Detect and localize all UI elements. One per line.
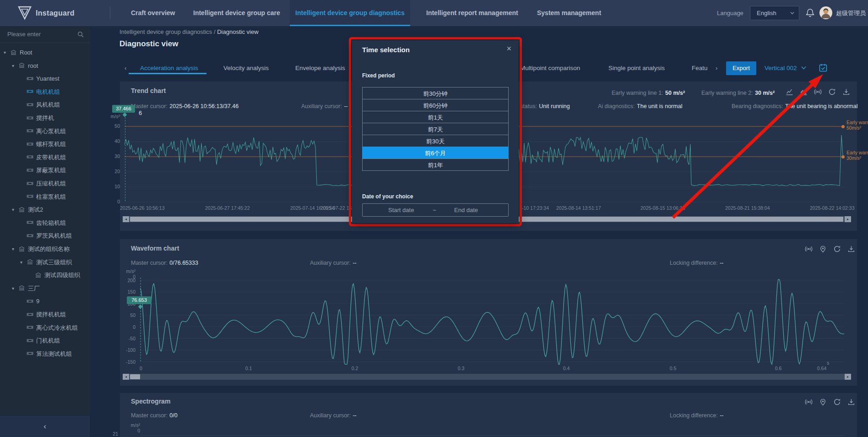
- wave-ytick-0: 0: [115, 324, 136, 330]
- pin-icon[interactable]: [819, 398, 827, 406]
- tree-item-螺杆泵机组[interactable]: 螺杆泵机组: [0, 137, 110, 150]
- tree-item-测试2[interactable]: ▾测试2: [0, 202, 102, 216]
- tree-item-Yuantest[interactable]: Yuantest: [0, 71, 110, 85]
- tree-item-搅拌机机组[interactable]: 搅拌机机组: [0, 307, 110, 321]
- nav-item-1[interactable]: Craft overview: [131, 0, 175, 26]
- tree-item-搅拌机[interactable]: 搅拌机: [0, 111, 110, 124]
- sidebar-search[interactable]: Please enter: [0, 26, 90, 43]
- warn-line1-dot: [841, 125, 845, 128]
- sidebar-collapse-button[interactable]: ‹: [0, 416, 90, 437]
- breadcrumb: Intelligent device group diagnostics / D…: [119, 28, 259, 35]
- user-name[interactable]: 超级管理员: [836, 0, 866, 26]
- modal-title: Time selection: [362, 46, 410, 54]
- nav-item-3[interactable]: Intelligent device group diagnostics: [290, 0, 410, 26]
- waveform-chart[interactable]: [140, 278, 845, 366]
- download-icon[interactable]: [847, 245, 855, 253]
- wave-aux-value: --: [353, 260, 356, 266]
- refresh-icon[interactable]: [828, 88, 836, 96]
- date-range-input[interactable]: Start date ~ End date: [362, 203, 509, 217]
- wave-scrollbar[interactable]: ◂ ▸: [123, 374, 851, 380]
- tab-acceleration-analysis[interactable]: Acceleration analysis: [140, 65, 198, 71]
- tree-item-算法测试机组[interactable]: 算法测试机组: [0, 347, 110, 360]
- nav-item-5[interactable]: System management: [537, 0, 601, 26]
- period-option-5[interactable]: 前30天: [362, 135, 509, 147]
- tree-item-测试三级组织[interactable]: ▾测试三级组织: [0, 255, 110, 268]
- refresh-icon[interactable]: [833, 398, 841, 406]
- pin-icon[interactable]: [819, 245, 827, 253]
- nav-item-4[interactable]: Intelligent report management: [426, 0, 518, 26]
- tree-item-罗茨风机机组[interactable]: 罗茨风机机组: [0, 229, 110, 242]
- tree-item-root[interactable]: ▾root: [0, 59, 102, 72]
- wave-scroll-thumb[interactable]: [130, 374, 140, 379]
- tab-featu[interactable]: Featu: [692, 65, 708, 71]
- tree-item-柱塞泵机组[interactable]: 柱塞泵机组: [0, 190, 110, 203]
- caret-down-icon[interactable]: ▾: [12, 59, 18, 72]
- tree-item-Root[interactable]: ▾Root: [0, 45, 93, 59]
- tree-item-测试四级组织[interactable]: 测试四级组织: [0, 268, 118, 281]
- tabs-scroll-right[interactable]: ›: [716, 65, 717, 71]
- breadcrumb-parent[interactable]: Intelligent device group diagnostics: [119, 28, 212, 35]
- tree-item-三厂[interactable]: ▾三厂: [0, 281, 102, 295]
- chartline-icon[interactable]: [786, 88, 793, 96]
- tree-item-离心泵机组[interactable]: 离心泵机组: [0, 124, 110, 137]
- caret-down-icon[interactable]: ▾: [4, 46, 10, 59]
- trend-xlabel-2: 2025-06-27 17:45:22: [205, 205, 250, 211]
- scroll-right-arrow[interactable]: ▸: [845, 216, 851, 222]
- tree-item-离心式冷水机组[interactable]: 离心式冷水机组: [0, 321, 110, 334]
- period-option-3[interactable]: 前1天: [362, 111, 509, 123]
- period-option-4[interactable]: 前7天: [362, 123, 509, 135]
- device-icon: [27, 298, 34, 305]
- start-date-placeholder[interactable]: Start date: [388, 204, 414, 216]
- download-icon[interactable]: [842, 88, 850, 96]
- period-option-2[interactable]: 前60分钟: [362, 99, 509, 111]
- app-root: Instaguard Craft overviewIntelligent dev…: [0, 0, 868, 437]
- scroll-right-arrow[interactable]: ▸: [845, 374, 851, 380]
- signal-icon[interactable]: [814, 88, 822, 96]
- tree-item-压缩机机组[interactable]: 压缩机机组: [0, 176, 110, 190]
- tree-item-9[interactable]: 9: [0, 294, 110, 307]
- user-avatar[interactable]: [819, 6, 832, 19]
- language-label: Language: [717, 0, 743, 26]
- period-option-1[interactable]: 前30分钟: [362, 87, 509, 99]
- caret-down-icon[interactable]: ▾: [12, 282, 18, 295]
- export-button[interactable]: Export: [726, 61, 756, 75]
- tree-item-风机机组[interactable]: 风机机组: [0, 98, 110, 111]
- notification-bell-icon[interactable]: [806, 8, 814, 18]
- language-select[interactable]: English: [750, 6, 799, 20]
- download-icon[interactable]: [847, 398, 855, 406]
- chartarea-icon[interactable]: [800, 88, 808, 96]
- tabs-scroll-left[interactable]: ‹: [125, 65, 126, 71]
- nav-divider: [110, 6, 110, 19]
- tab-velocity-analysis[interactable]: Velocity analysis: [223, 65, 269, 71]
- end-date-placeholder[interactable]: End date: [454, 204, 478, 216]
- tree-item-电机机组[interactable]: 电机机组: [0, 85, 110, 98]
- signal-icon[interactable]: [805, 245, 813, 253]
- trend-master-label: Master cursor:: [131, 103, 168, 109]
- signal-icon[interactable]: [805, 398, 813, 406]
- caret-down-icon[interactable]: ▾: [12, 242, 18, 256]
- tab-multipoint-comparison[interactable]: Multipoint comparison: [520, 65, 580, 71]
- warn-line2-dot: [841, 155, 845, 158]
- time-selection-calendar-icon[interactable]: [819, 63, 828, 72]
- scroll-left-arrow[interactable]: ◂: [123, 216, 129, 222]
- measure-point-select[interactable]: Vertical 002: [765, 65, 806, 71]
- device-icon: [27, 324, 34, 331]
- scroll-left-arrow[interactable]: ◂: [123, 374, 129, 380]
- refresh-icon[interactable]: [833, 245, 841, 253]
- tree-item-皮带机机组[interactable]: 皮带机机组: [0, 150, 110, 164]
- nav-item-2[interactable]: Intelligent device group care: [193, 0, 280, 26]
- tree-item-门机机组[interactable]: 门机机组: [0, 333, 110, 347]
- organization-icon: [18, 246, 26, 253]
- close-icon[interactable]: ×: [506, 44, 511, 54]
- trend-ytick-0: 0: [103, 199, 120, 204]
- period-option-7[interactable]: 前1年: [362, 158, 509, 171]
- tab-single-point-analysis[interactable]: Single point analysis: [608, 65, 665, 71]
- caret-down-icon[interactable]: ▾: [12, 203, 18, 216]
- tree-item-齿轮箱机组[interactable]: 齿轮箱机组: [0, 216, 110, 229]
- period-option-6[interactable]: 前6个月: [362, 147, 509, 159]
- tree-item-屏蔽泵机组[interactable]: 屏蔽泵机组: [0, 163, 110, 176]
- caret-down-icon[interactable]: ▾: [20, 256, 27, 269]
- tab-envelope-analysis[interactable]: Envelope analysis: [295, 65, 345, 71]
- tree-item-测试的组织名称[interactable]: ▾测试的组织名称: [0, 242, 102, 255]
- wave-xtick-0: 0: [132, 366, 150, 371]
